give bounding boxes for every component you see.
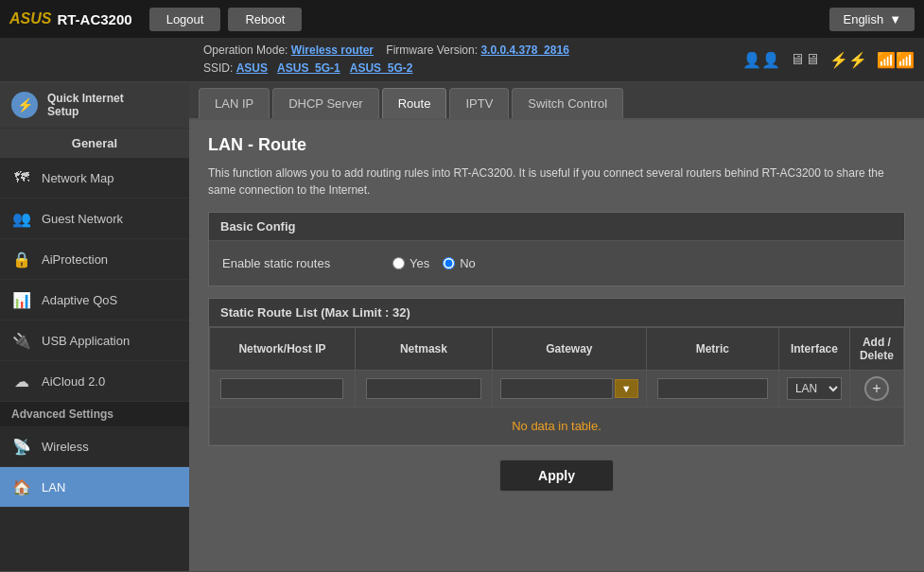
- sidebar-item-aiprotection[interactable]: 🔒 AiProtection: [0, 239, 189, 280]
- language-label: English: [843, 12, 883, 26]
- reboot-button[interactable]: Reboot: [228, 8, 302, 31]
- sidebar-label-adaptive-qos: Adaptive QoS: [42, 293, 117, 307]
- radio-yes[interactable]: [392, 257, 405, 269]
- aicloud-icon: ☁: [11, 371, 32, 391]
- basic-config-body: Enable static routes Yes No: [209, 241, 904, 286]
- tab-route[interactable]: Route: [382, 88, 447, 118]
- no-data-row: No data in table.: [210, 407, 904, 445]
- radio-no-label[interactable]: No: [443, 256, 476, 270]
- sidebar-item-aicloud[interactable]: ☁ AiCloud 2.0: [0, 361, 189, 402]
- language-button[interactable]: English ▼: [829, 8, 915, 31]
- basic-config-header: Basic Config: [209, 213, 904, 241]
- enable-static-label: Enable static routes: [222, 256, 374, 270]
- sidebar-item-network-map[interactable]: 🗺 Network Map: [0, 158, 189, 199]
- logout-button[interactable]: Logout: [149, 8, 221, 31]
- add-route-button[interactable]: +: [864, 376, 889, 401]
- operation-mode-value[interactable]: Wireless router: [291, 43, 374, 57]
- col-netmask: Netmask: [355, 328, 492, 371]
- advanced-settings-header: Advanced Settings: [0, 402, 189, 426]
- col-gateway: Gateway: [492, 328, 646, 371]
- static-route-body: Network/Host IP Netmask Gateway Metric I…: [209, 327, 904, 445]
- main-layout: ⚡ Quick InternetSetup General 🗺 Network …: [0, 82, 924, 571]
- radio-no[interactable]: [443, 257, 455, 269]
- col-network-host-ip: Network/Host IP: [210, 328, 356, 371]
- tab-switch-control[interactable]: Switch Control: [512, 88, 623, 118]
- static-route-header: Static Route List (Max Limit : 32): [209, 299, 904, 327]
- netmask-input[interactable]: [366, 378, 481, 399]
- sidebar-item-lan[interactable]: 🏠 LAN: [0, 467, 189, 508]
- sidebar-item-wireless[interactable]: 📡 Wireless: [0, 426, 189, 467]
- gateway-input[interactable]: [500, 378, 613, 399]
- chevron-down-icon: ▼: [889, 12, 901, 26]
- tab-dhcp-server[interactable]: DHCP Server: [272, 88, 379, 118]
- radio-group: Yes No: [392, 256, 476, 270]
- operation-mode-label: Operation Mode:: [203, 43, 288, 57]
- monitor-icon[interactable]: 🖥: [790, 51, 820, 68]
- aiprotection-icon: 🔒: [11, 249, 32, 269]
- usb-application-icon: 🔌: [11, 330, 32, 351]
- radio-yes-text: Yes: [410, 256, 429, 270]
- general-header: General: [0, 129, 189, 158]
- quick-setup-icon: ⚡: [11, 92, 38, 118]
- info-icons: 👤 🖥 ⚡ 📶: [742, 51, 915, 69]
- person-icon[interactable]: 👤: [742, 51, 780, 69]
- top-bar: ASUS RT-AC3200 Logout Reboot English ▼: [0, 0, 924, 38]
- sidebar-item-guest-network[interactable]: 👥 Guest Network: [0, 199, 189, 239]
- firmware-value[interactable]: 3.0.0.4.378_2816: [480, 43, 568, 57]
- tab-lan-ip[interactable]: LAN IP: [199, 88, 270, 118]
- usb-icon[interactable]: ⚡: [829, 51, 867, 69]
- interface-cell: LAN WAN: [778, 371, 849, 407]
- ssid-asus[interactable]: ASUS: [236, 61, 268, 75]
- table-header-row: Network/Host IP Netmask Gateway Metric I…: [210, 328, 904, 371]
- tab-iptv[interactable]: IPTV: [449, 88, 509, 118]
- metric-cell: [646, 371, 778, 407]
- sidebar-label-aiprotection: AiProtection: [42, 252, 108, 267]
- network-host-ip-input[interactable]: [220, 378, 343, 399]
- no-data-cell: No data in table.: [210, 407, 904, 445]
- metric-input[interactable]: [657, 378, 768, 399]
- info-bar: Operation Mode: Wireless router Firmware…: [0, 38, 924, 82]
- sidebar-label-network-map: Network Map: [42, 171, 114, 185]
- wireless-icon: 📡: [11, 436, 32, 457]
- gateway-dropdown-btn[interactable]: ▼: [615, 379, 638, 398]
- lan-icon: 🏠: [11, 477, 32, 497]
- sidebar-item-usb-application[interactable]: 🔌 USB Application: [0, 321, 189, 361]
- col-add-delete: Add /Delete: [849, 328, 903, 371]
- guest-network-icon: 👥: [11, 208, 32, 229]
- sidebar: ⚡ Quick InternetSetup General 🗺 Network …: [0, 82, 189, 571]
- sidebar-label-wireless: Wireless: [42, 440, 89, 454]
- page-content: LAN - Route This function allows you to …: [189, 120, 924, 571]
- logo-area: ASUS RT-AC3200: [9, 10, 132, 27]
- wifi-status-icon[interactable]: 📶: [877, 51, 915, 69]
- enable-static-routes-row: Enable static routes Yes No: [222, 251, 891, 276]
- network-map-icon: 🗺: [11, 167, 32, 188]
- ssid-label: SSID:: [203, 61, 233, 75]
- info-left: Operation Mode: Wireless router Firmware…: [203, 42, 569, 78]
- ssid-5g2[interactable]: ASUS_5G-2: [350, 61, 413, 75]
- add-delete-cell: +: [849, 371, 903, 407]
- static-route-list-section: Static Route List (Max Limit : 32) Netwo…: [208, 298, 905, 446]
- quick-internet-setup[interactable]: ⚡ Quick InternetSetup: [0, 82, 189, 129]
- quick-setup-label: Quick InternetSetup: [47, 92, 124, 118]
- firmware-label: Firmware Version:: [386, 43, 478, 57]
- interface-select[interactable]: LAN WAN: [787, 377, 842, 400]
- asus-logo: ASUS: [9, 10, 51, 27]
- ssid-5g1[interactable]: ASUS_5G-1: [277, 61, 340, 75]
- adaptive-qos-icon: 📊: [11, 289, 32, 310]
- sidebar-item-adaptive-qos[interactable]: 📊 Adaptive QoS: [0, 280, 189, 321]
- model-name: RT-AC3200: [57, 11, 131, 27]
- content-area: LAN IP DHCP Server Route IPTV Switch Con…: [189, 82, 924, 571]
- tab-bar: LAN IP DHCP Server Route IPTV Switch Con…: [189, 82, 924, 120]
- sidebar-label-guest-network: Guest Network: [42, 212, 123, 226]
- page-title: LAN - Route: [208, 135, 905, 155]
- gateway-input-wrap: ▼: [500, 378, 638, 399]
- col-interface: Interface: [778, 328, 849, 371]
- radio-no-text: No: [460, 256, 476, 270]
- basic-config-section: Basic Config Enable static routes Yes No: [208, 212, 905, 286]
- apply-section: Apply: [208, 459, 905, 492]
- gateway-cell: ▼: [492, 371, 646, 407]
- apply-button[interactable]: Apply: [499, 459, 614, 492]
- sidebar-label-aicloud: AiCloud 2.0: [42, 374, 105, 389]
- page-description: This function allows you to add routing …: [208, 165, 905, 199]
- radio-yes-label[interactable]: Yes: [392, 256, 429, 270]
